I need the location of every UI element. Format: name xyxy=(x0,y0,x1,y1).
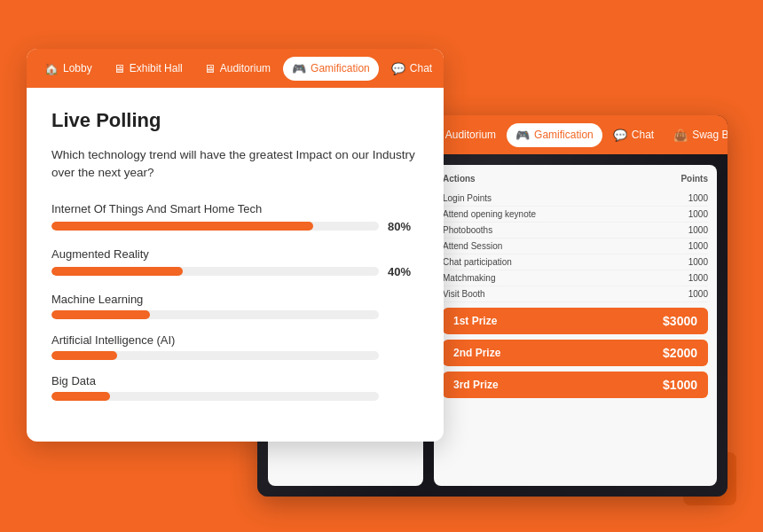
nav-chat[interactable]: 💬 Chat xyxy=(382,57,441,81)
poll-option-bigdata[interactable]: Big Data xyxy=(51,374,419,401)
nav-exhibit[interactable]: 🖥 Exhibit Hall xyxy=(105,57,192,81)
page-title: Live Polling xyxy=(51,109,419,132)
front-nav-bar: 🏠 Lobby 🖥 Exhibit Hall 🖥 Auditorium 🎮 Ga… xyxy=(27,49,444,88)
action-row-0: Login Points 1000 xyxy=(443,191,708,207)
bar-fill-bigdata xyxy=(51,392,110,401)
exhibit-icon: 🖥 xyxy=(114,62,125,75)
poll-option-ar[interactable]: Augmented Reality 40% xyxy=(51,247,419,278)
nav-auditorium[interactable]: 🖥 Auditorium xyxy=(195,57,279,81)
bar-track-bigdata xyxy=(51,392,379,401)
nav-gamification[interactable]: 🎮 Gamification xyxy=(283,57,379,81)
back-swag-icon: 👜 xyxy=(673,129,688,142)
gamification-icon: 🎮 xyxy=(292,62,306,75)
auditorium-icon: 🖥 xyxy=(204,62,216,75)
actions-panel: Actions Points Login Points 1000 Attend … xyxy=(434,165,717,486)
home-icon: 🏠 xyxy=(44,62,59,75)
poll-option-ml[interactable]: Machine Learning xyxy=(51,293,419,319)
actions-col-label: Actions xyxy=(443,174,476,184)
bar-track-ar xyxy=(51,267,379,276)
polling-body: Live Polling Which technology trend will… xyxy=(27,88,444,442)
poll-question: Which technology trend will have the gre… xyxy=(51,146,419,183)
action-row-4: Chat participation 1000 xyxy=(443,254,708,270)
poll-option-iot[interactable]: Internet Of Things And Smart Home Tech 8… xyxy=(51,202,419,233)
bar-fill-ai xyxy=(51,351,117,360)
bar-track-iot xyxy=(51,222,379,231)
action-row-3: Attend Session 1000 xyxy=(443,239,708,254)
back-gamification-icon: 🎮 xyxy=(515,129,530,142)
prize-row-2: 2nd Prize $2000 xyxy=(443,340,708,366)
live-polling-card: 🏠 Lobby 🖥 Exhibit Hall 🖥 Auditorium 🎮 Ga… xyxy=(27,49,444,442)
chat-icon: 💬 xyxy=(391,62,405,75)
actions-header: Actions Points xyxy=(443,174,708,184)
action-row-5: Matchmaking 1000 xyxy=(443,270,708,286)
bar-fill-iot xyxy=(51,222,313,231)
bar-fill-ar xyxy=(51,267,183,276)
bar-fill-ml xyxy=(51,310,150,319)
action-row-1: Attend opening keynote 1000 xyxy=(443,207,708,223)
nav-lobby[interactable]: 🏠 Lobby xyxy=(35,57,101,81)
points-col-label: Points xyxy=(680,174,708,184)
prize-row-1: 1st Prize $3000 xyxy=(443,308,708,334)
prize-row-3: 3rd Prize $1000 xyxy=(443,372,708,398)
back-nav-swag[interactable]: 👜 Swag Bag xyxy=(665,123,728,147)
back-nav-gamification[interactable]: 🎮 Gamification xyxy=(507,123,602,147)
back-chat-icon: 💬 xyxy=(613,129,627,142)
back-nav-chat[interactable]: 💬 Chat xyxy=(604,123,663,147)
poll-option-ai[interactable]: Artificial Intelligence (AI) xyxy=(51,333,419,360)
action-row-6: Visit Booth 1000 xyxy=(443,286,708,302)
action-row-2: Photobooths 1000 xyxy=(443,223,708,239)
bar-track-ai xyxy=(51,351,379,360)
bar-track-ml xyxy=(51,310,379,319)
